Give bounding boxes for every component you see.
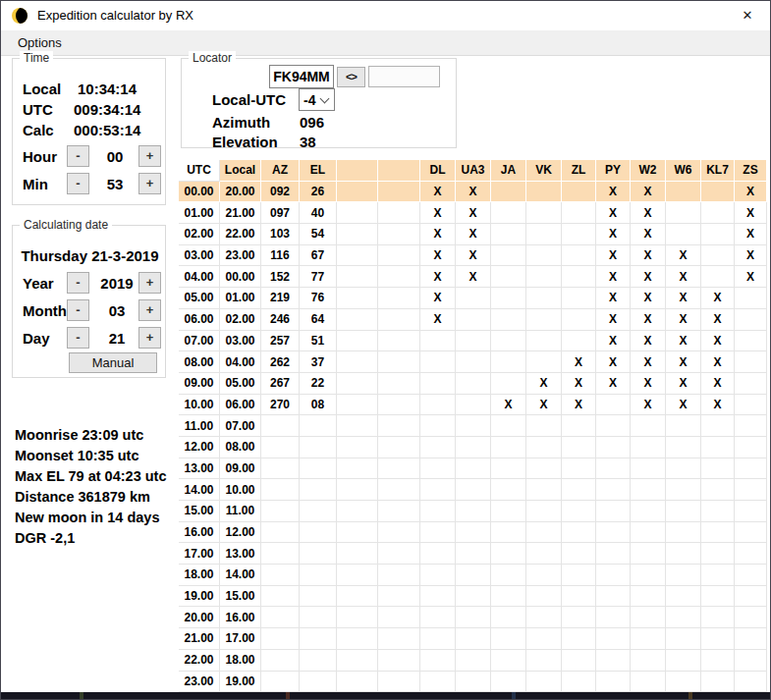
- year-minus-button[interactable]: -: [67, 272, 89, 294]
- table-cell: [735, 586, 767, 608]
- table-cell: 14.00: [179, 479, 220, 501]
- locator-input[interactable]: [269, 65, 334, 88]
- table-cell: X: [420, 182, 456, 203]
- table-cell: [491, 182, 526, 203]
- table-cell: 05.00: [220, 373, 261, 395]
- table-cell: [456, 415, 491, 437]
- table-cell: [526, 458, 562, 480]
- table-cell: X: [701, 288, 735, 309]
- table-cell: 103: [261, 224, 300, 245]
- table-cell: 54: [300, 224, 337, 245]
- table-header-cell: KL7: [701, 160, 735, 182]
- day-plus-button[interactable]: +: [138, 327, 161, 349]
- table-cell: [596, 586, 631, 608]
- table-cell: X: [596, 351, 631, 373]
- table-cell: [701, 628, 735, 650]
- month-minus-button[interactable]: -: [67, 299, 89, 321]
- manual-button[interactable]: Manual: [69, 352, 157, 373]
- table-cell: 67: [300, 245, 337, 267]
- table-cell: X: [631, 395, 666, 416]
- table-row: 04.0000.0015277XXXXXX: [179, 266, 767, 288]
- table-cell: 16.00: [179, 522, 220, 544]
- table-cell: 11.00: [179, 415, 220, 437]
- table-cell: [701, 479, 735, 501]
- menu-bar: Options: [1, 30, 770, 56]
- table-cell: [300, 672, 337, 693]
- table-cell: [562, 479, 596, 501]
- table-cell: [596, 543, 631, 565]
- table-cell: [491, 543, 526, 565]
- table-cell: [701, 458, 735, 480]
- table-cell: 04.00: [179, 266, 220, 288]
- table-row: 08.0004.0026237XXXXX: [179, 351, 767, 373]
- table-cell: [378, 437, 420, 458]
- table-header-cell: ZS: [735, 160, 767, 182]
- table-cell: [491, 586, 526, 608]
- table-cell: [456, 351, 491, 373]
- table-cell: [631, 650, 666, 672]
- table-cell: [378, 224, 420, 245]
- table-cell: 76: [300, 288, 337, 309]
- azimuth-value: 096: [300, 114, 324, 131]
- table-cell: X: [596, 202, 631, 224]
- day-minus-button[interactable]: -: [67, 327, 89, 349]
- table-cell: X: [735, 224, 767, 245]
- table-cell: [456, 586, 491, 608]
- table-cell: [261, 522, 300, 544]
- hour-plus-button[interactable]: +: [138, 145, 161, 167]
- swap-locator-button[interactable]: <>: [337, 67, 365, 87]
- table-cell: [456, 479, 491, 501]
- table-cell: [666, 182, 701, 203]
- table-cell: [337, 224, 378, 245]
- table-cell: [337, 565, 378, 586]
- table-cell: 26: [300, 182, 337, 203]
- table-cell: [526, 628, 562, 650]
- table-cell: X: [701, 373, 735, 395]
- table-row: 19.0015.00: [179, 586, 767, 608]
- table-cell: [456, 437, 491, 458]
- moon-info-line: Distance 361879 km: [15, 487, 166, 508]
- close-icon[interactable]: ✕: [725, 1, 770, 30]
- table-cell: [735, 395, 767, 416]
- table-cell: 51: [300, 331, 337, 352]
- table-header-cell: Local: [220, 160, 261, 182]
- local-time-value: 10:34:14: [78, 81, 137, 97]
- table-cell: X: [420, 224, 456, 245]
- table-cell: 06.00: [179, 309, 220, 331]
- hour-minus-button[interactable]: -: [67, 145, 89, 167]
- table-cell: [337, 522, 378, 544]
- azimuth-label: Azimuth: [212, 114, 270, 131]
- table-cell: [261, 607, 300, 628]
- table-cell: [378, 331, 420, 352]
- table-cell: [701, 607, 735, 628]
- year-plus-button[interactable]: +: [138, 272, 161, 294]
- table-cell: X: [456, 266, 491, 288]
- table-cell: [735, 543, 767, 565]
- table-cell: [562, 266, 596, 288]
- hour-label: Hour: [23, 148, 57, 165]
- table-cell: X: [666, 373, 701, 395]
- min-plus-button[interactable]: +: [138, 173, 161, 194]
- table-cell: [337, 266, 378, 288]
- table-cell: [456, 373, 491, 395]
- table-row: 16.0012.00: [179, 522, 767, 544]
- table-cell: 20.00: [220, 182, 261, 203]
- table-cell: X: [596, 266, 631, 288]
- table-cell: [562, 182, 596, 203]
- table-cell: 22.00: [220, 224, 261, 245]
- table-header-cell: AZ: [261, 160, 300, 182]
- table-cell: [735, 437, 767, 458]
- calc-time-value: 000:53:14: [74, 122, 140, 138]
- table-cell: [562, 224, 596, 245]
- local-utc-select[interactable]: -4: [299, 88, 335, 111]
- table-cell: [337, 373, 378, 395]
- table-cell: [378, 543, 420, 565]
- table-cell: X: [596, 373, 631, 395]
- min-minus-button[interactable]: -: [67, 173, 89, 194]
- table-cell: 21.00: [220, 202, 261, 224]
- target-locator-input[interactable]: [368, 66, 440, 87]
- month-plus-button[interactable]: +: [138, 299, 161, 321]
- table-cell: [491, 501, 526, 522]
- table-row: 17.0013.00: [179, 543, 767, 565]
- table-cell: [562, 437, 596, 458]
